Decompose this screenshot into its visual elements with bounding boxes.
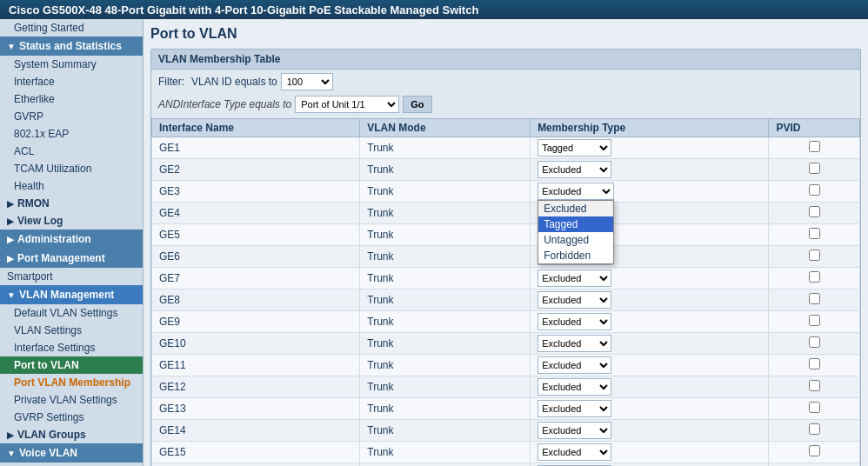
sidebar-section-status-statistics[interactable]: ▼ Status and Statistics	[0, 37, 143, 56]
pvid-checkbox[interactable]	[809, 380, 820, 391]
table-row: GE8 Trunk ExcludedTaggedUntaggedForbidde…	[152, 290, 860, 311]
table-row: GE7 Trunk ExcludedTaggedUntaggedForbidde…	[152, 268, 860, 290]
sidebar-item-gvrp[interactable]: GVRP	[0, 108, 143, 125]
membership-select[interactable]: ExcludedTaggedUntaggedForbidden	[537, 422, 611, 439]
membership-select[interactable]: ExcludedTaggedUntaggedForbidden	[537, 270, 611, 287]
sidebar-item-interface-settings[interactable]: Interface Settings	[0, 339, 143, 356]
interface-name-cell: GE5	[152, 224, 360, 246]
membership-select[interactable]: ExcludedTaggedUntaggedForbidden	[537, 291, 611, 309]
sidebar-item-acl[interactable]: ACL	[0, 143, 143, 160]
pvid-checkbox[interactable]	[809, 250, 820, 261]
membership-type-cell: ExcludedTaggedUntaggedForbidden	[531, 376, 769, 398]
pvid-checkbox[interactable]	[809, 423, 820, 435]
table-row: GE1 Trunk Tagged Excluded Untagged Forbi…	[152, 137, 860, 159]
pvid-checkbox[interactable]	[809, 315, 820, 326]
vlan-mode-cell: Trunk	[360, 333, 531, 355]
app-header: Cisco GS500X-48 48-Port Gigabit with 4-P…	[0, 0, 868, 19]
interface-name-cell: GE3	[152, 181, 360, 203]
interface-name-cell: GE9	[152, 311, 360, 333]
dropdown-option-excluded[interactable]: Excluded	[538, 201, 613, 216]
membership-select[interactable]: ExcludedTaggedUntaggedForbidden	[537, 378, 611, 396]
pvid-checkbox[interactable]	[809, 163, 820, 174]
filter-row-2: ANDInterface Type equals to Port of Unit…	[151, 94, 860, 118]
rmon-arrow-icon: ▶	[7, 199, 14, 209]
membership-select[interactable]: ExcludedTaggedUntaggedForbidden	[537, 161, 611, 178]
vlan-id-label: VLAN ID equals to	[191, 76, 277, 88]
interface-name-cell: GE10	[152, 333, 360, 355]
interface-name-cell: GE13	[152, 398, 360, 420]
membership-select[interactable]: Tagged Excluded Untagged Forbidden	[537, 139, 611, 156]
sidebar-item-etherlike[interactable]: Etherlike	[0, 90, 143, 108]
membership-select[interactable]: ExcludedTaggedUntaggedForbidden	[537, 400, 611, 417]
pvid-checkbox[interactable]	[809, 358, 820, 369]
sidebar-item-gvrp-settings[interactable]: GVRP Settings	[0, 409, 143, 426]
sidebar-section-port-management[interactable]: ▶ Port Management	[0, 249, 143, 268]
table-row: GE4 Trunk ExcludedTaggedUntaggedForbidde…	[152, 203, 860, 224]
dropdown-option-untagged[interactable]: Untagged	[538, 232, 613, 248]
page-title: Port to VLAN	[150, 26, 861, 42]
sidebar-item-default-vlan-settings[interactable]: Default VLAN Settings	[0, 304, 143, 322]
sidebar-item-rmon[interactable]: ▶ RMON	[0, 195, 143, 212]
go-button[interactable]: Go	[403, 96, 431, 113]
vlan-mode-cell: Trunk	[360, 376, 531, 398]
pvid-checkbox[interactable]	[809, 402, 820, 413]
membership-select[interactable]: ExcludedTaggedUntaggedForbidden	[537, 356, 611, 374]
vlan-mode-cell: Trunk	[360, 268, 531, 290]
membership-type-cell-ge3: ExcludedTaggedUntaggedForbidden Excluded…	[531, 181, 769, 203]
sidebar-section-administration[interactable]: ▶ Administration	[0, 230, 143, 249]
pvid-checkbox[interactable]	[809, 445, 820, 456]
table-row: GE12 Trunk ExcludedTaggedUntaggedForbidd…	[152, 376, 860, 398]
membership-type-cell: ExcludedTaggedUntaggedForbidden	[531, 398, 769, 420]
sidebar-item-vlan-groups[interactable]: ▶ VLAN Groups	[0, 426, 143, 443]
sidebar-item-health[interactable]: Health	[0, 177, 143, 195]
membership-select[interactable]: ExcludedTaggedUntaggedForbidden	[537, 313, 611, 330]
vlan-mode-cell: Trunk	[360, 398, 531, 420]
sidebar-section-vlan-management[interactable]: ▼ VLAN Management	[0, 285, 143, 304]
pvid-cell	[769, 463, 860, 467]
table-row: GE14 Trunk ExcludedTaggedUntaggedForbidd…	[152, 420, 860, 442]
pvid-checkbox[interactable]	[809, 271, 820, 283]
sidebar-item-interface[interactable]: Interface	[0, 73, 143, 90]
pvid-checkbox[interactable]	[809, 293, 820, 304]
membership-type-cell: Tagged Excluded Untagged Forbidden	[531, 137, 769, 159]
vlan-id-select[interactable]: 100	[281, 73, 333, 90]
pvid-checkbox[interactable]	[809, 228, 820, 239]
sidebar-item-port-to-vlan[interactable]: Port to VLAN	[0, 356, 143, 374]
vlanmgmt-arrow-icon: ▼	[7, 290, 16, 300]
sidebar-item-private-vlan-settings[interactable]: Private VLAN Settings	[0, 391, 143, 409]
interface-name-cell: GE6	[152, 246, 360, 268]
sidebar-item-properties[interactable]: Properties	[0, 463, 143, 466]
dropdown-menu: Excluded Tagged Untagged Forbidden	[537, 200, 614, 264]
sidebar-item-smartport[interactable]: Smartport	[0, 268, 143, 285]
sidebar-item-tcam-utilization[interactable]: TCAM Utilization	[0, 160, 143, 177]
app-title: Cisco GS500X-48 48-Port Gigabit with 4-P…	[9, 3, 478, 17]
membership-select[interactable]: ExcludedTaggedUntaggedForbidden	[537, 335, 611, 352]
vlan-mode-cell: Trunk	[360, 420, 531, 442]
pvid-checkbox[interactable]	[809, 141, 820, 152]
pvid-checkbox[interactable]	[809, 336, 820, 348]
dropdown-option-forbidden[interactable]: Forbidden	[538, 248, 613, 263]
vlan-mode-cell: Trunk	[360, 159, 531, 181]
viewlog-arrow-icon: ▶	[7, 216, 14, 226]
sidebar-section-voice-vlan[interactable]: ▼ Voice VLAN	[0, 443, 143, 463]
pvid-cell	[769, 311, 860, 333]
pvid-checkbox[interactable]	[809, 206, 820, 217]
membership-type-cell: ExcludedTaggedUntaggedForbidden	[531, 290, 769, 311]
vlan-mode-cell: Trunk	[360, 290, 531, 311]
pvid-checkbox[interactable]	[809, 184, 820, 196]
membership-select[interactable]: ExcludedTaggedUntaggedForbidden	[537, 443, 611, 461]
pvid-cell	[769, 224, 860, 246]
sidebar-item-port-vlan-membership[interactable]: Port VLAN Membership	[0, 374, 143, 391]
sidebar-item-system-summary[interactable]: System Summary	[0, 56, 143, 73]
filter-label: Filter:	[158, 76, 184, 88]
vlan-membership-panel: VLAN Membership Table Filter: VLAN ID eq…	[150, 49, 861, 466]
sidebar-item-vlan-settings[interactable]: VLAN Settings	[0, 322, 143, 339]
membership-select-ge3[interactable]: ExcludedTaggedUntaggedForbidden	[537, 183, 614, 200]
sidebar-item-view-log[interactable]: ▶ View Log	[0, 212, 143, 230]
pvid-cell	[769, 290, 860, 311]
interface-type-select[interactable]: Port of Unit 1/1 Port of Unit 1/2 LAG	[295, 96, 399, 113]
dropdown-option-tagged[interactable]: Tagged	[538, 216, 613, 232]
sidebar-item-getting-started[interactable]: Getting Started	[0, 19, 143, 37]
table-row: GE11 Trunk ExcludedTaggedUntaggedForbidd…	[152, 355, 860, 376]
sidebar-item-802-1x-eap[interactable]: 802.1x EAP	[0, 125, 143, 143]
